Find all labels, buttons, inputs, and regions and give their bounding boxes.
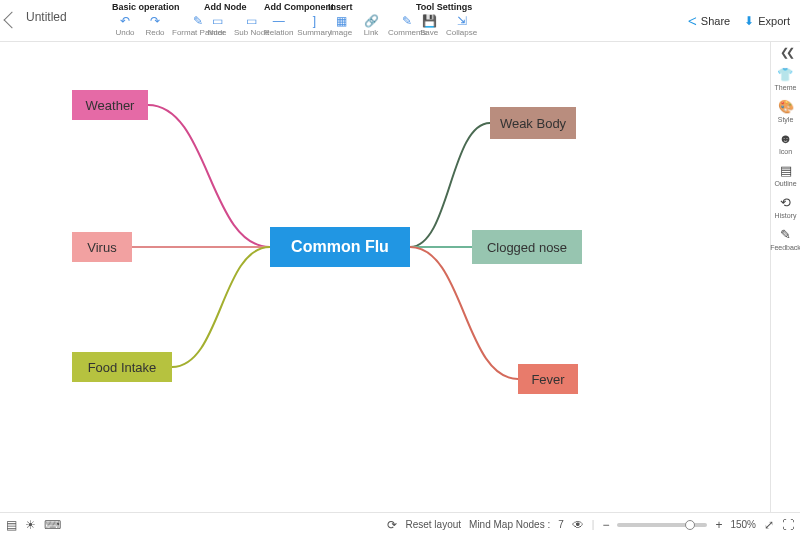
insert-link-button[interactable]: 🔗Link xyxy=(358,14,384,37)
subnode-icon: ▭ xyxy=(244,14,260,28)
export-icon: ⬇ xyxy=(744,14,754,28)
view-keyboard-icon[interactable]: ⌨ xyxy=(44,518,61,532)
redo-button[interactable]: ↷Redo xyxy=(142,14,168,37)
ribbon-title-addcomp: Add Component xyxy=(264,2,334,14)
relation-icon: — xyxy=(271,14,287,28)
status-bar: ▤ ☀ ⌨ ⟳ Reset layout Mind Map Nodes : 7 … xyxy=(0,512,800,536)
link-label: Link xyxy=(364,28,379,37)
collapse-icon: ⇲ xyxy=(454,14,470,28)
document-title[interactable]: Untitled xyxy=(26,10,67,24)
node-food[interactable]: Food Intake xyxy=(72,352,172,382)
ribbon-title-addnode: Add Node xyxy=(204,2,270,14)
save-label: Save xyxy=(420,28,438,37)
top-toolbar: Untitled Basic operation ↶Undo ↷Redo ✎Fo… xyxy=(0,0,800,42)
central-node[interactable]: Common Flu xyxy=(270,227,410,267)
share-label: Share xyxy=(701,15,730,27)
panel-collapse-button[interactable]: ❮❮ xyxy=(780,46,792,59)
save-button[interactable]: 💾Save xyxy=(416,14,442,37)
node-clogged[interactable]: Clogged nose xyxy=(472,230,582,264)
comments-icon: ✎ xyxy=(399,14,415,28)
reset-layout-icon[interactable]: ⟳ xyxy=(387,518,397,532)
style-label: Style xyxy=(778,116,794,123)
header-actions: ⵦShare ⬇Export xyxy=(688,14,790,28)
eye-icon[interactable]: 👁 xyxy=(572,518,584,532)
share-button[interactable]: ⵦShare xyxy=(688,14,730,28)
ribbon-title-tool: Tool Settings xyxy=(416,2,477,14)
back-button[interactable] xyxy=(4,12,21,29)
zoom-slider[interactable] xyxy=(617,523,707,527)
theme-icon: 👕 xyxy=(777,67,793,82)
panel-icon[interactable]: ☻Icon xyxy=(779,127,793,155)
image-label: Image xyxy=(330,28,352,37)
collapse-button[interactable]: ⇲Collapse xyxy=(446,14,477,37)
feedback-icon: ✎ xyxy=(780,227,791,242)
feedback-label: Feedback xyxy=(770,244,800,251)
node-fever[interactable]: Fever xyxy=(518,364,578,394)
view-list-icon[interactable]: ▤ xyxy=(6,518,17,532)
image-icon: ▦ xyxy=(333,14,349,28)
panel-feedback[interactable]: ✎Feedback xyxy=(770,223,800,251)
redo-label: Redo xyxy=(145,28,164,37)
redo-icon: ↷ xyxy=(147,14,163,28)
undo-label: Undo xyxy=(115,28,134,37)
add-relation-button[interactable]: —Relation xyxy=(264,14,293,37)
node-weak[interactable]: Weak Body xyxy=(490,107,576,139)
zoom-knob[interactable] xyxy=(685,520,695,530)
panel-theme[interactable]: 👕Theme xyxy=(775,63,797,91)
export-label: Export xyxy=(758,15,790,27)
relation-label: Relation xyxy=(264,28,293,37)
ribbon-group-tool: Tool Settings 💾Save ⇲Collapse xyxy=(416,2,477,37)
connector-weather xyxy=(148,105,270,247)
history-icon: ⟲ xyxy=(780,195,791,210)
zoom-in-button[interactable]: + xyxy=(715,518,722,532)
nodes-count-value: 7 xyxy=(558,519,564,530)
undo-icon: ↶ xyxy=(117,14,133,28)
zoom-value: 150% xyxy=(730,519,756,530)
theme-label: Theme xyxy=(775,84,797,91)
right-panel: ❮❮ 👕Theme 🎨Style ☻Icon ▤Outline ⟲History… xyxy=(770,42,800,512)
zoom-out-button[interactable]: − xyxy=(602,518,609,532)
style-icon: 🎨 xyxy=(778,99,794,114)
icon-icon: ☻ xyxy=(779,131,793,146)
add-summary-button[interactable]: ]Summary xyxy=(297,14,331,37)
node-virus[interactable]: Virus xyxy=(72,232,132,262)
share-icon: ⵦ xyxy=(688,14,697,28)
history-label: History xyxy=(775,212,797,219)
outline-label: Outline xyxy=(774,180,796,187)
ribbon-title-insert: Insert xyxy=(328,2,427,14)
connector-food xyxy=(172,247,270,367)
connector-fever xyxy=(410,247,518,379)
node-weather[interactable]: Weather xyxy=(72,90,148,120)
ribbon-group-addcomp: Add Component —Relation ]Summary xyxy=(264,2,334,37)
mindmap-canvas[interactable]: Common FluWeatherVirusFood IntakeWeak Bo… xyxy=(0,42,770,512)
node-label: Node xyxy=(207,28,226,37)
outline-icon: ▤ xyxy=(780,163,792,178)
ribbon-group-addnode: Add Node ▭Node ▭Sub Node xyxy=(204,2,270,37)
link-icon: 🔗 xyxy=(363,14,379,28)
export-button[interactable]: ⬇Export xyxy=(744,14,790,28)
nodes-count-label: Mind Map Nodes : xyxy=(469,519,550,530)
summary-label: Summary xyxy=(297,28,331,37)
reset-layout-label[interactable]: Reset layout xyxy=(405,519,461,530)
collapse-label: Collapse xyxy=(446,28,477,37)
summary-icon: ] xyxy=(306,14,322,28)
panel-style[interactable]: 🎨Style xyxy=(778,95,794,123)
fullscreen-icon[interactable]: ⛶ xyxy=(782,518,794,532)
panel-history[interactable]: ⟲History xyxy=(775,191,797,219)
node-icon: ▭ xyxy=(209,14,225,28)
icon-label: Icon xyxy=(779,148,792,155)
insert-image-button[interactable]: ▦Image xyxy=(328,14,354,37)
add-node-button[interactable]: ▭Node xyxy=(204,14,230,37)
panel-outline[interactable]: ▤Outline xyxy=(774,159,796,187)
connector-weak xyxy=(410,123,490,247)
ribbon-group-insert: Insert ▦Image 🔗Link ✎Comments xyxy=(328,2,427,37)
save-icon: 💾 xyxy=(421,14,437,28)
fit-screen-icon[interactable]: ⤢ xyxy=(764,518,774,532)
undo-button[interactable]: ↶Undo xyxy=(112,14,138,37)
view-sun-icon[interactable]: ☀ xyxy=(25,518,36,532)
